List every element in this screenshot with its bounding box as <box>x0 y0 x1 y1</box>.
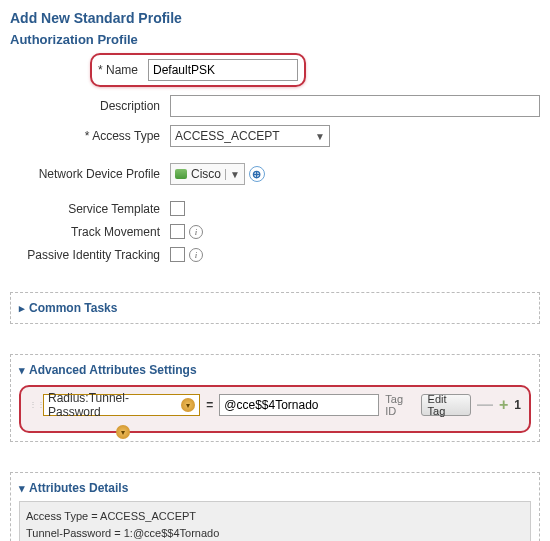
advanced-highlight: ⋮⋮ Radius:Tunnel-Password ▾ = Tag ID Edi… <box>19 385 531 433</box>
track-movement-label: Track Movement <box>10 225 170 239</box>
tagid-label: Tag ID <box>385 393 414 417</box>
name-label: * Name <box>98 63 148 77</box>
attributes-details-panel: ▾ Attributes Details Access Type = ACCES… <box>10 472 540 541</box>
row-service-template: Service Template <box>10 201 540 216</box>
page-title: Add New Standard Profile <box>10 10 540 26</box>
name-input[interactable] <box>148 59 298 81</box>
description-input[interactable] <box>170 95 540 117</box>
ndp-label: Network Device Profile <box>10 167 170 181</box>
section-title: Authorization Profile <box>10 32 540 47</box>
equals-icon: = <box>206 398 213 412</box>
track-movement-checkbox[interactable] <box>170 224 185 239</box>
add-ndp-button[interactable]: ⊕ <box>249 166 265 182</box>
edit-tag-button[interactable]: Edit Tag <box>421 394 471 416</box>
row-access-type: * Access Type ACCESS_ACCEPT ▼ <box>10 125 540 147</box>
description-label: Description <box>10 99 170 113</box>
service-template-checkbox[interactable] <box>170 201 185 216</box>
access-type-value: ACCESS_ACCEPT <box>175 129 280 143</box>
attributes-details-title: Attributes Details <box>29 481 128 495</box>
attributes-details-body: Access Type = ACCESS_ACCEPT Tunnel-Passw… <box>19 501 531 541</box>
remove-icon[interactable]: — <box>477 396 493 414</box>
cisco-icon <box>175 169 187 179</box>
info-icon[interactable]: i <box>189 248 203 262</box>
attribute-value-input[interactable] <box>219 394 379 416</box>
dropdown-icon[interactable]: ▾ <box>116 425 130 439</box>
row-ndp: Network Device Profile Cisco ▼ ⊕ <box>10 163 540 185</box>
attributes-details-header[interactable]: ▾ Attributes Details <box>19 481 531 495</box>
attribute-row: ⋮⋮ Radius:Tunnel-Password ▾ = Tag ID Edi… <box>29 393 521 417</box>
access-type-select[interactable]: ACCESS_ACCEPT ▼ <box>170 125 330 147</box>
info-icon[interactable]: i <box>189 225 203 239</box>
advanced-attributes-panel: ▾ Advanced Attributes Settings ⋮⋮ Radius… <box>10 354 540 442</box>
passive-identity-checkbox[interactable] <box>170 247 185 262</box>
dropdown-icon: ▾ <box>181 398 195 412</box>
row-number: 1 <box>514 398 521 412</box>
passive-identity-label: Passive Identity Tracking <box>10 248 170 262</box>
row-name: * Name <box>10 53 540 87</box>
row-description: Description <box>10 95 540 117</box>
common-tasks-panel: ▸ Common Tasks <box>10 292 540 324</box>
advanced-attributes-header[interactable]: ▾ Advanced Attributes Settings <box>19 363 531 377</box>
chevron-down-icon: ▾ <box>19 364 25 377</box>
chevron-down-icon: ▼ <box>315 131 325 142</box>
attribute-name: Radius:Tunnel-Password <box>48 391 181 419</box>
advanced-attributes-title: Advanced Attributes Settings <box>29 363 197 377</box>
name-highlight: * Name <box>90 53 306 87</box>
service-template-label: Service Template <box>10 202 170 216</box>
chevron-down-icon: ▾ <box>19 482 25 495</box>
common-tasks-header[interactable]: ▸ Common Tasks <box>19 301 531 315</box>
ndp-select[interactable]: Cisco ▼ <box>170 163 245 185</box>
ndp-value: Cisco <box>191 167 221 181</box>
row-track-movement: Track Movement i <box>10 224 540 239</box>
common-tasks-title: Common Tasks <box>29 301 117 315</box>
row-passive-identity: Passive Identity Tracking i <box>10 247 540 262</box>
chevron-down-icon[interactable]: ▼ <box>225 169 240 180</box>
drag-handle-icon[interactable]: ⋮⋮ <box>29 403 37 407</box>
attribute-select[interactable]: Radius:Tunnel-Password ▾ <box>43 394 200 416</box>
add-icon[interactable]: + <box>499 396 508 414</box>
access-type-label: * Access Type <box>10 129 170 143</box>
chevron-right-icon: ▸ <box>19 302 25 315</box>
